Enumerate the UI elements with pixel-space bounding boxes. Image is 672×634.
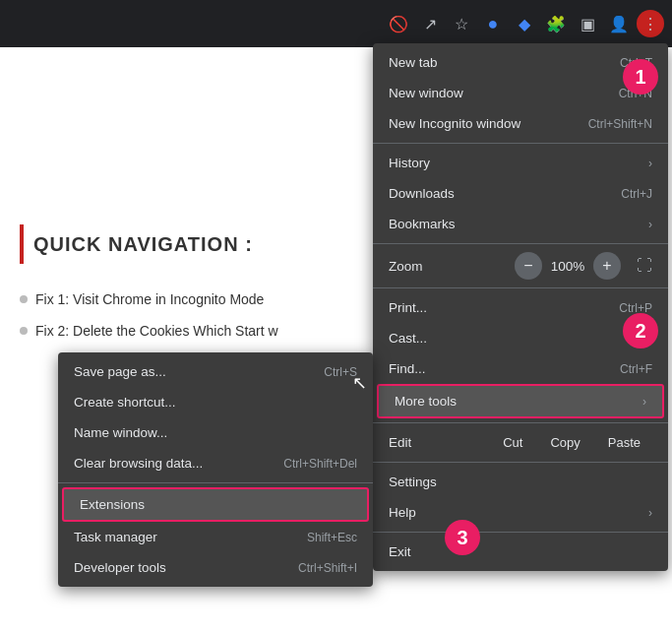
layout-icon[interactable]: ▣ [574,10,601,37]
menu-label: Help [389,505,416,520]
menu-item-clear-browsing[interactable]: Clear browsing data... Ctrl+Shift+Del [58,448,373,478]
zoom-expand-button[interactable]: ⛶ [637,257,652,275]
menu-label: Bookmarks [389,217,456,231]
step-badge-2: 2 [623,313,658,349]
menu-item-incognito[interactable]: New Incognito window Ctrl+Shift+N [373,108,668,139]
menu-label: Save page as... [74,364,166,379]
puzzle-icon[interactable]: 🧩 [542,10,570,37]
browser-toolbar: 🚫 ↗ ☆ ● ◆ 🧩 ▣ 👤 ⋮ [0,0,672,47]
menu-item-extensions[interactable]: Extensions [62,487,369,522]
no-image-icon[interactable]: 🚫 [385,10,412,37]
nav-bar-accent [20,224,24,264]
arrow-icon: › [648,506,652,520]
menu-shortcut: Ctrl+F [620,362,652,376]
menu-item-downloads[interactable]: Downloads Ctrl+J [373,178,668,209]
menu-item-history[interactable]: History › [373,148,668,178]
menu-item-print[interactable]: Print... Ctrl+P [373,292,668,323]
menu-label: Extensions [80,497,145,512]
avatar-icon[interactable]: 👤 [605,10,633,37]
edit-actions: Cut Copy Paste [491,431,652,454]
menu-divider [373,243,668,244]
menu-item-task-manager[interactable]: Task manager Shift+Esc [58,522,373,552]
menu-label: New tab [389,55,438,70]
menu-shortcut: Ctrl+Shift+Del [283,457,357,471]
arrow-icon: › [648,218,652,231]
copy-button[interactable]: Copy [538,431,591,454]
menu-icon[interactable]: ⋮ [637,10,664,37]
menu-shortcut: Ctrl+P [619,301,652,315]
menu-label: Settings [389,475,437,489]
menu-divider [58,482,373,483]
step-badge-3: 3 [445,520,480,555]
menu-label: Create shortcut... [74,395,176,410]
menu-item-find[interactable]: Find... Ctrl+F [373,353,668,384]
menu-label: History [389,156,430,170]
paste-button[interactable]: Paste [596,431,652,454]
menu-item-settings[interactable]: Settings [373,467,668,497]
menu-divider [373,532,668,533]
menu-item-save-page[interactable]: Save page as... Ctrl+S [58,356,373,387]
menu-divider [373,462,668,463]
menu-shortcut: Shift+Esc [307,531,357,544]
menu-item-exit[interactable]: Exit [373,537,668,567]
menu-shortcut: Ctrl+J [621,187,652,201]
menu-label: Print... [389,300,427,315]
nav-dot-icon [20,295,28,303]
nav-title: QUICK NAVIGATION : [33,233,253,256]
chrome-menu: New tab Ctrl+T New window Ctrl+N New Inc… [373,43,668,571]
menu-label: Name window... [74,425,167,440]
menu-label: Downloads [389,186,455,201]
menu-label: Clear browsing data... [74,456,203,471]
edit-row: Edit Cut Copy Paste [373,427,668,458]
arrow-icon: › [648,157,652,170]
menu-item-more-tools[interactable]: More tools › [377,384,664,418]
menu-label: Find... [389,361,426,376]
star-icon[interactable]: ☆ [448,10,475,37]
menu-label: New window [389,86,463,100]
menu-divider [373,287,668,288]
zoom-decrease-button[interactable]: − [515,252,542,280]
extension1-icon[interactable]: ● [479,10,507,37]
extension2-icon[interactable]: ◆ [511,10,538,37]
menu-divider [373,422,668,423]
share-icon[interactable]: ↗ [416,10,444,37]
menu-label: Exit [389,544,411,559]
zoom-controls: − 100% + ⛶ [515,252,652,280]
menu-label: Developer tools [74,560,166,575]
zoom-increase-button[interactable]: + [593,252,621,280]
menu-item-help[interactable]: Help › [373,497,668,528]
menu-divider [373,143,668,144]
menu-label: Cast... [389,331,427,346]
menu-item-bookmarks[interactable]: Bookmarks › [373,209,668,239]
menu-shortcut: Ctrl+Shift+N [588,117,652,131]
menu-label: More tools [395,394,457,409]
more-tools-menu: Save page as... Ctrl+S Create shortcut..… [58,352,373,587]
zoom-value: 100% [550,259,585,274]
step-badge-1: 1 [623,59,658,95]
menu-item-name-window[interactable]: Name window... [58,417,373,448]
zoom-row: Zoom − 100% + ⛶ [373,248,668,284]
nav-item-2: Fix 2: Delete the Cookies Which Start w [35,323,278,339]
menu-label: New Incognito window [389,116,520,131]
menu-shortcut: Ctrl+Shift+I [298,561,357,575]
zoom-label: Zoom [389,259,515,274]
arrow-icon: › [642,395,646,409]
edit-label: Edit [389,435,491,450]
nav-dot-icon [20,327,28,335]
menu-item-developer-tools[interactable]: Developer tools Ctrl+Shift+I [58,552,373,583]
cut-button[interactable]: Cut [491,431,534,454]
menu-label: Task manager [74,530,157,544]
nav-item-1: Fix 1: Visit Chrome in Incognito Mode [35,291,264,307]
menu-shortcut: Ctrl+S [324,365,357,379]
menu-item-create-shortcut[interactable]: Create shortcut... [58,387,373,417]
